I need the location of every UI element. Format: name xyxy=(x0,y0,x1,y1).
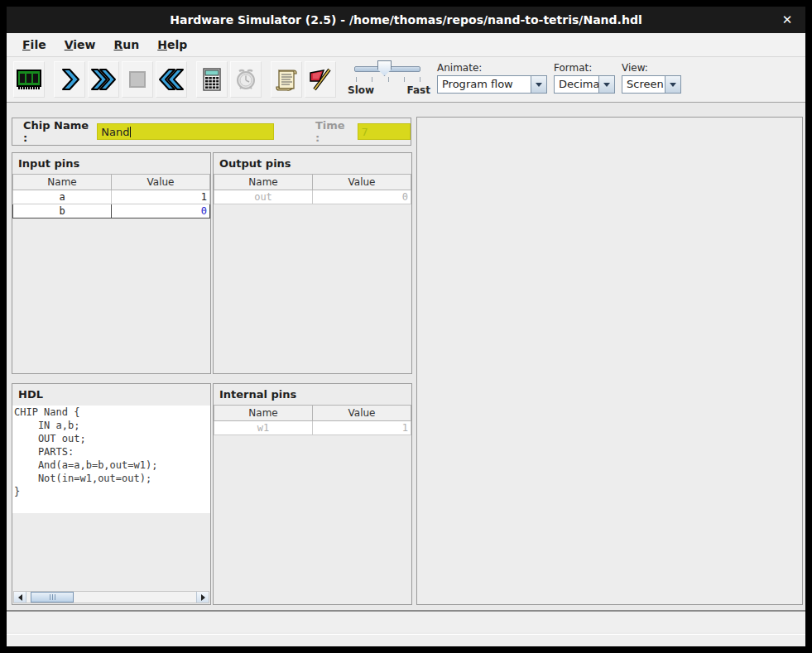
main-content: Chip Name : Nand Time : 7 Input pins Nam… xyxy=(7,103,805,610)
pin-name-cell: b xyxy=(13,204,112,218)
breakpoint-flag-icon xyxy=(306,66,334,93)
chip-name-input[interactable]: Nand xyxy=(97,123,274,140)
scrollbar-track[interactable] xyxy=(26,592,196,603)
input-pins-panel: Input pins Name Value a 1 b 0 xyxy=(12,152,211,374)
toolbar: Slow Fast Animate: Program flow Format: … xyxy=(7,57,805,103)
chip-name-bar: Chip Name : Nand Time : 7 xyxy=(12,118,411,146)
chevron-down-icon[interactable] xyxy=(531,76,546,93)
view-label: View: xyxy=(622,62,681,74)
chevron-down-icon[interactable] xyxy=(598,76,614,93)
menu-file[interactable]: File xyxy=(15,36,54,54)
pin-name-cell: w1 xyxy=(214,421,313,435)
hdl-code-view[interactable]: CHIP Nand { IN a,b; OUT out; PARTS: And(… xyxy=(12,406,210,513)
table-row: a 1 xyxy=(13,190,210,204)
input-pins-table: Name Value a 1 b 0 xyxy=(12,174,210,218)
status-bar xyxy=(7,610,805,632)
pin-value-cell[interactable]: 1 xyxy=(112,190,210,204)
chip-display-panel xyxy=(416,117,803,605)
hdl-horizontal-scrollbar[interactable] xyxy=(13,591,209,603)
menubar: File View Run Help xyxy=(7,33,805,57)
scrollbar-thumb[interactable] xyxy=(31,592,74,603)
name-column-header: Name xyxy=(214,175,313,190)
pin-value-cell[interactable]: 0 xyxy=(112,204,210,218)
window-title: Hardware Simulator (2.5) - /home/thomas/… xyxy=(170,13,641,26)
scroll-left-arrow-icon[interactable] xyxy=(14,592,26,603)
breakpoints-button[interactable] xyxy=(305,61,336,98)
animate-label: Animate: xyxy=(437,62,547,74)
input-pins-title: Input pins xyxy=(12,153,210,174)
menu-run[interactable]: Run xyxy=(107,36,147,54)
internal-pins-title: Internal pins xyxy=(214,384,411,405)
single-step-icon xyxy=(57,66,82,93)
time-field: 7 xyxy=(358,123,411,140)
value-column-header: Value xyxy=(313,175,411,190)
hdl-code-line: And(a=a,b=b,out=w1); xyxy=(12,459,210,472)
chevron-down-icon[interactable] xyxy=(665,76,680,93)
slow-label: Slow xyxy=(348,84,374,96)
speed-slider-ticks xyxy=(356,77,420,82)
animate-dropdown-group: Animate: Program flow xyxy=(437,62,547,94)
table-row: out 0 xyxy=(214,190,411,204)
hdl-code-line: } xyxy=(12,485,210,498)
stop-button[interactable] xyxy=(122,61,153,98)
name-column-header: Name xyxy=(13,175,112,190)
clock-icon xyxy=(233,66,259,93)
calculator-eval-icon xyxy=(199,66,224,93)
chip-load-icon xyxy=(15,66,43,93)
format-dropdown-group: Format: Decimal xyxy=(554,62,615,94)
speed-slider-group: Slow Fast xyxy=(348,59,430,100)
animate-selected-value: Program flow xyxy=(438,76,531,93)
value-column-header: Value xyxy=(112,175,210,190)
close-icon[interactable]: ✕ xyxy=(779,12,795,28)
hdl-script-icon xyxy=(273,66,300,93)
speed-slider-thumb[interactable] xyxy=(377,60,392,76)
table-row: w1 1 xyxy=(214,421,411,435)
hdl-code-line: CHIP Nand { xyxy=(12,406,210,419)
evaluate-button[interactable] xyxy=(196,61,228,98)
titlebar: Hardware Simulator (2.5) - /home/thomas/… xyxy=(7,7,805,33)
scroll-right-arrow-icon[interactable] xyxy=(196,592,209,603)
hdl-code-line: OUT out; xyxy=(12,432,210,445)
run-icon xyxy=(89,66,118,93)
chip-name-label: Chip Name : xyxy=(23,119,92,144)
view-selected-value: Screen xyxy=(622,76,665,93)
hdl-code-line: PARTS: xyxy=(12,445,210,459)
format-label: Format: xyxy=(554,62,615,74)
hdl-code-line: IN a,b; xyxy=(12,419,210,432)
menu-help[interactable]: Help xyxy=(150,36,195,54)
output-pins-panel: Output pins Name Value out 0 xyxy=(213,152,412,374)
menu-view[interactable]: View xyxy=(57,36,103,54)
reset-button[interactable] xyxy=(156,61,187,98)
hdl-code-line: Not(in=w1,out=out); xyxy=(12,472,210,485)
format-select[interactable]: Decimal xyxy=(554,75,615,94)
output-pins-table: Name Value out 0 xyxy=(214,174,411,204)
hardware-simulator-window: Hardware Simulator (2.5) - /home/thomas/… xyxy=(7,7,805,646)
bottom-strip xyxy=(7,634,805,646)
screen: Hardware Simulator (2.5) - /home/thomas/… xyxy=(0,0,812,653)
table-header-row: Name Value xyxy=(13,175,210,190)
internal-pins-table: Name Value w1 1 xyxy=(214,405,411,435)
value-column-header: Value xyxy=(313,406,411,421)
view-select[interactable]: Screen xyxy=(622,75,681,94)
table-header-row: Name Value xyxy=(214,406,411,421)
time-value: 7 xyxy=(362,126,368,138)
view-hdl-button[interactable] xyxy=(271,61,302,98)
clock-ticktock-button[interactable] xyxy=(230,61,262,98)
speed-slider-labels: Slow Fast xyxy=(348,84,430,96)
name-column-header: Name xyxy=(214,406,313,421)
load-chip-button[interactable] xyxy=(13,61,45,98)
table-header-row: Name Value xyxy=(214,175,411,190)
pin-name-cell: a xyxy=(13,190,112,204)
run-button[interactable] xyxy=(88,61,119,98)
output-pins-title: Output pins xyxy=(214,153,411,174)
hdl-panel: HDL CHIP Nand { IN a,b; OUT out; PARTS: … xyxy=(12,383,211,605)
view-dropdown-group: View: Screen xyxy=(622,62,681,94)
table-row: b 0 xyxy=(13,204,210,218)
animate-select[interactable]: Program flow xyxy=(437,75,547,94)
format-selected-value: Decimal xyxy=(555,76,598,93)
stop-icon xyxy=(125,66,150,93)
pin-value-cell: 0 xyxy=(313,190,411,204)
chip-name-value: Nand xyxy=(101,126,129,138)
text-caret xyxy=(130,127,131,137)
single-step-button[interactable] xyxy=(54,61,85,98)
